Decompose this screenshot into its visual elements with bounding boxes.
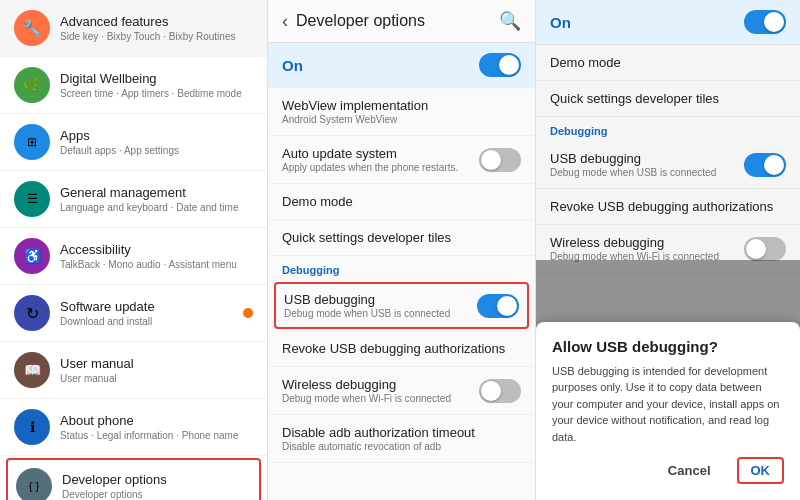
- usb-debugging-row[interactable]: USB debugging Debug mode when USB is con…: [274, 282, 529, 329]
- settings-item-advanced-features[interactable]: 🔧 Advanced features Side key · Bixby Tou…: [0, 0, 267, 57]
- dev-on-toggle[interactable]: [479, 53, 521, 77]
- apps-icon: ⊞: [14, 124, 50, 160]
- wireless-debugging-toggle[interactable]: [479, 379, 521, 403]
- p3-debugging-section-label: Debugging: [536, 117, 800, 141]
- settings-item-about-phone[interactable]: ℹ About phone Status · Legal information…: [0, 399, 267, 456]
- apps-subtitle: Default apps · App settings: [60, 145, 253, 156]
- developer-options-title: Developer options: [62, 472, 251, 489]
- usb-debugging-text: USB debugging Debug mode when USB is con…: [284, 292, 477, 319]
- dialog-buttons: Cancel OK: [552, 457, 784, 484]
- apps-title: Apps: [60, 128, 253, 145]
- allow-usb-dialog: Allow USB debugging? USB debugging is in…: [536, 322, 800, 501]
- apps-text: Apps Default apps · App settings: [60, 128, 253, 157]
- dev-on-toggle-row[interactable]: On: [268, 43, 535, 88]
- dev-on-title: On: [282, 57, 479, 74]
- dialog-body: USB debugging is intended for developmen…: [552, 363, 784, 446]
- p3-quick-settings-row[interactable]: Quick settings developer tiles: [536, 81, 800, 117]
- revoke-usb-text: Revoke USB debugging authorizations: [282, 341, 521, 356]
- p3-on-label: On: [550, 14, 744, 31]
- general-management-subtitle: Language and keyboard · Date and time: [60, 202, 253, 213]
- developer-options-icon: { }: [16, 468, 52, 500]
- back-button[interactable]: ‹: [282, 11, 288, 32]
- p3-usb-debugging-text: USB debugging Debug mode when USB is con…: [550, 151, 744, 178]
- about-phone-title: About phone: [60, 413, 253, 430]
- dialog-cancel-button[interactable]: Cancel: [654, 457, 725, 484]
- settings-item-accessibility[interactable]: ♿ Accessibility TalkBack · Mono audio · …: [0, 228, 267, 285]
- developer-options-text: Developer options Developer options: [62, 472, 251, 500]
- revoke-usb-title: Revoke USB debugging authorizations: [282, 341, 521, 356]
- accessibility-icon: ♿: [14, 238, 50, 274]
- settings-item-software-update[interactable]: ↻ Software update Download and install: [0, 285, 267, 342]
- auto-update-title: Auto update system: [282, 146, 479, 161]
- p3-usb-debugging-row[interactable]: USB debugging Debug mode when USB is con…: [536, 141, 800, 189]
- usb-debugging-title: USB debugging: [284, 292, 477, 307]
- digital-wellbeing-subtitle: Screen time · App timers · Bedtime mode: [60, 88, 253, 99]
- user-manual-text: User manual User manual: [60, 356, 253, 385]
- general-management-icon: ☰: [14, 181, 50, 217]
- p3-wireless-debugging-toggle[interactable]: [744, 237, 786, 261]
- revoke-usb-row[interactable]: Revoke USB debugging authorizations: [268, 331, 535, 367]
- about-phone-subtitle: Status · Legal information · Phone name: [60, 430, 253, 441]
- quick-settings-row[interactable]: Quick settings developer tiles: [268, 220, 535, 256]
- webview-text: WebView implementation Android System We…: [282, 98, 521, 125]
- search-button[interactable]: 🔍: [499, 10, 521, 32]
- dialog-ok-button[interactable]: OK: [737, 457, 785, 484]
- general-management-text: General management Language and keyboard…: [60, 185, 253, 214]
- advanced-features-subtitle: Side key · Bixby Touch · Bixby Routines: [60, 31, 253, 42]
- developer-options-header: ‹ Developer options 🔍: [268, 0, 535, 43]
- wireless-debugging-title: Wireless debugging: [282, 377, 479, 392]
- digital-wellbeing-title: Digital Wellbeing: [60, 71, 253, 88]
- accessibility-text: Accessibility TalkBack · Mono audio · As…: [60, 242, 253, 271]
- p3-revoke-usb-title: Revoke USB debugging authorizations: [550, 199, 786, 214]
- p3-on-row[interactable]: On: [536, 0, 800, 45]
- disable-adb-row[interactable]: Disable adb authorization timeout Disabl…: [268, 415, 535, 463]
- p3-usb-debugging-toggle[interactable]: [744, 153, 786, 177]
- software-update-subtitle: Download and install: [60, 316, 239, 327]
- settings-item-user-manual[interactable]: 📖 User manual User manual: [0, 342, 267, 399]
- general-management-title: General management: [60, 185, 253, 202]
- disable-adb-subtitle: Disable automatic revocation of adb: [282, 441, 521, 452]
- p3-on-toggle[interactable]: [744, 10, 786, 34]
- disable-adb-text: Disable adb authorization timeout Disabl…: [282, 425, 521, 452]
- auto-update-row[interactable]: Auto update system Apply updates when th…: [268, 136, 535, 184]
- usb-debugging-subtitle: Debug mode when USB is connected: [284, 308, 477, 319]
- about-phone-text: About phone Status · Legal information ·…: [60, 413, 253, 442]
- user-manual-icon: 📖: [14, 352, 50, 388]
- p3-demo-mode-text: Demo mode: [550, 55, 786, 70]
- digital-wellbeing-icon: 🌿: [14, 67, 50, 103]
- right-panel: On Demo mode Quick settings developer ti…: [536, 0, 800, 500]
- notification-badge: [243, 308, 253, 318]
- settings-menu-panel: 🔧 Advanced features Side key · Bixby Tou…: [0, 0, 268, 500]
- settings-item-digital-wellbeing[interactable]: 🌿 Digital Wellbeing Screen time · App ti…: [0, 57, 267, 114]
- webview-row[interactable]: WebView implementation Android System We…: [268, 88, 535, 136]
- p3-usb-debugging-subtitle: Debug mode when USB is connected: [550, 167, 744, 178]
- dialog-title: Allow USB debugging?: [552, 338, 784, 355]
- disable-adb-title: Disable adb authorization timeout: [282, 425, 521, 440]
- auto-update-toggle[interactable]: [479, 148, 521, 172]
- quick-settings-title: Quick settings developer tiles: [282, 230, 521, 245]
- dialog-overlay: Allow USB debugging? USB debugging is in…: [536, 260, 800, 500]
- accessibility-subtitle: TalkBack · Mono audio · Assistant menu: [60, 259, 253, 270]
- developer-options-panel: ‹ Developer options 🔍 On WebView impleme…: [268, 0, 536, 500]
- webview-title: WebView implementation: [282, 98, 521, 113]
- p3-revoke-usb-row[interactable]: Revoke USB debugging authorizations: [536, 189, 800, 225]
- about-phone-icon: ℹ: [14, 409, 50, 445]
- auto-update-subtitle: Apply updates when the phone restarts.: [282, 162, 479, 173]
- software-update-icon: ↻: [14, 295, 50, 331]
- wireless-debugging-row[interactable]: Wireless debugging Debug mode when Wi-Fi…: [268, 367, 535, 415]
- advanced-features-title: Advanced features: [60, 14, 253, 31]
- settings-item-developer-options[interactable]: { } Developer options Developer options: [6, 458, 261, 500]
- p3-usb-debugging-title: USB debugging: [550, 151, 744, 166]
- panel-title: Developer options: [296, 12, 499, 30]
- software-update-title: Software update: [60, 299, 239, 316]
- usb-debugging-toggle[interactable]: [477, 294, 519, 318]
- demo-mode-row[interactable]: Demo mode: [268, 184, 535, 220]
- wireless-debugging-subtitle: Debug mode when Wi-Fi is connected: [282, 393, 479, 404]
- p3-demo-mode-row[interactable]: Demo mode: [536, 45, 800, 81]
- settings-items-list: 🔧 Advanced features Side key · Bixby Tou…: [0, 0, 267, 500]
- p3-demo-mode-title: Demo mode: [550, 55, 786, 70]
- p3-quick-settings-text: Quick settings developer tiles: [550, 91, 786, 106]
- p3-wireless-debugging-title: Wireless debugging: [550, 235, 744, 250]
- settings-item-apps[interactable]: ⊞ Apps Default apps · App settings: [0, 114, 267, 171]
- settings-item-general-management[interactable]: ☰ General management Language and keyboa…: [0, 171, 267, 228]
